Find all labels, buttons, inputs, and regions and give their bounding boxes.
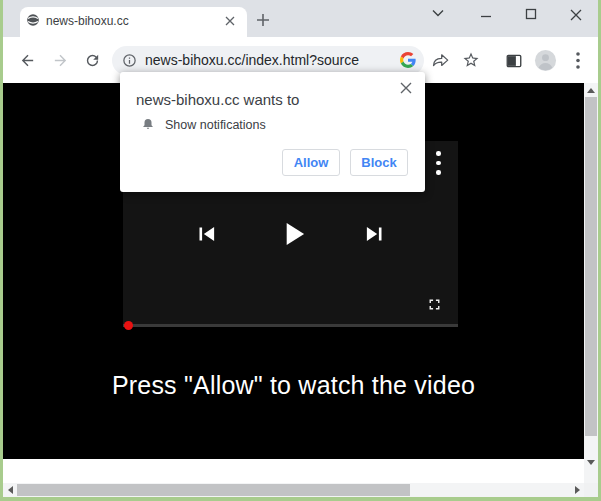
page-caption: Press "Allow" to watch the video (3, 371, 584, 400)
url-text[interactable]: news-bihoxu.cc/index.html?source (145, 46, 359, 75)
vertical-scroll-thumb[interactable] (585, 97, 597, 436)
side-panel-button[interactable] (502, 49, 526, 73)
window-close-button[interactable] (566, 5, 586, 25)
close-icon (570, 9, 582, 21)
progress-bar[interactable] (123, 324, 458, 327)
triangle-left-icon (8, 486, 13, 494)
reload-icon (84, 52, 101, 69)
scroll-left-button[interactable] (3, 483, 17, 497)
share-button[interactable] (428, 48, 452, 72)
scroll-right-button[interactable] (570, 483, 584, 497)
maximize-button[interactable] (521, 4, 541, 24)
horizontal-scroll-thumb[interactable] (17, 484, 410, 496)
scroll-up-button[interactable] (584, 83, 598, 97)
minimize-button[interactable] (476, 4, 496, 24)
player-menu-kebab-icon[interactable] (436, 151, 441, 175)
horizontal-scrollbar[interactable] (3, 483, 584, 497)
tab-close-icon[interactable] (221, 12, 238, 29)
maximize-icon (525, 8, 537, 20)
info-icon[interactable] (122, 53, 137, 68)
bookmark-button[interactable] (459, 48, 483, 72)
bell-icon (141, 116, 155, 130)
forward-button[interactable] (48, 48, 72, 72)
fullscreen-icon[interactable] (426, 296, 443, 313)
plus-icon (256, 13, 270, 27)
allow-button[interactable]: Allow (282, 149, 340, 176)
dialog-close-button[interactable] (397, 79, 415, 97)
reload-button[interactable] (80, 48, 104, 72)
chevron-down-icon (432, 9, 444, 17)
browser-window: news-bihoxu.cc (0, 0, 601, 501)
address-bar[interactable]: news-bihoxu.cc/index.html?source (112, 46, 424, 75)
triangle-up-icon (587, 88, 595, 93)
tab-title: news-bihoxu.cc (46, 14, 129, 28)
active-tab[interactable]: news-bihoxu.cc (20, 7, 247, 37)
progress-playhead[interactable] (124, 321, 133, 330)
tab-bar: news-bihoxu.cc (3, 0, 598, 37)
browser-menu-button[interactable] (566, 48, 590, 72)
triangle-right-icon (575, 486, 580, 494)
scrollbar-corner (584, 483, 598, 497)
forward-arrow-icon (52, 52, 69, 69)
close-icon (400, 82, 412, 94)
skip-next-icon[interactable] (362, 221, 388, 247)
dialog-title: news-bihoxu.cc wants to (136, 91, 299, 108)
globe-favicon-icon (26, 13, 40, 27)
page-bottom-whitespace (3, 459, 584, 483)
triangle-down-icon (587, 460, 595, 465)
permission-request-label: Show notifications (165, 118, 266, 132)
block-button[interactable]: Block (350, 149, 408, 176)
play-icon[interactable] (274, 215, 312, 253)
vertical-scrollbar[interactable] (584, 83, 598, 483)
kebab-menu-icon (576, 52, 580, 69)
new-tab-button[interactable] (251, 8, 275, 32)
star-icon (462, 51, 480, 69)
back-arrow-icon (19, 52, 36, 69)
scroll-down-button[interactable] (584, 455, 598, 469)
share-icon (431, 51, 450, 70)
minimize-icon (480, 8, 492, 20)
google-g-icon[interactable] (400, 52, 416, 68)
skip-previous-icon[interactable] (193, 221, 219, 247)
profile-avatar[interactable] (533, 48, 557, 72)
notification-permission-dialog: news-bihoxu.cc wants to Show notificatio… (120, 72, 425, 192)
avatar-icon (534, 49, 557, 72)
tab-search-button[interactable] (428, 3, 448, 23)
side-panel-icon (505, 52, 523, 70)
back-button[interactable] (15, 48, 39, 72)
